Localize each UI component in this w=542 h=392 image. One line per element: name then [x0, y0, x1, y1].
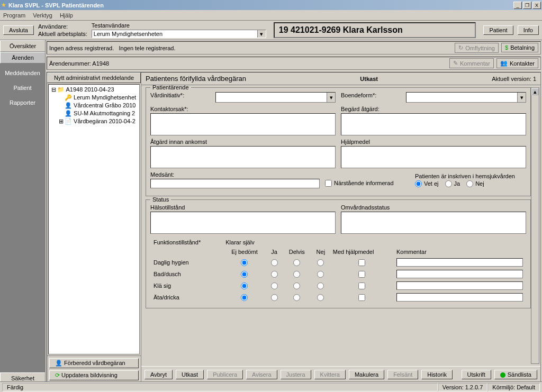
tab-oversikter[interactable]: Översikter [0, 40, 45, 52]
group-label: Patientärende [150, 85, 191, 90]
person-icon: 👤 [65, 102, 72, 109]
halsotillstand-input[interactable] [150, 212, 336, 234]
status-dot-icon [500, 372, 505, 378]
info-button[interactable]: Info [518, 25, 539, 35]
anvandare-value: Testanvändare [92, 22, 130, 29]
menu-program[interactable]: Program [3, 12, 25, 19]
uppdatera-button[interactable]: ⟳ Uppdatera bildvisning [49, 370, 139, 380]
minimize-button[interactable]: _ [513, 2, 522, 9]
felsant-button[interactable]: Felsänt [387, 370, 418, 379]
left-nav: Översikter Ärenden Meddelanden Patient R… [0, 40, 46, 384]
forberedd-button[interactable]: 👤 Förberedd vårdbegäran [49, 358, 139, 368]
hjalpmedel-checkbox[interactable] [358, 259, 365, 266]
delvis-radio[interactable] [293, 271, 300, 278]
nej-radio[interactable] [317, 259, 324, 266]
tree-root[interactable]: ⊟📁 A1948 2010-04-23 [50, 86, 138, 94]
ja-radio[interactable] [271, 271, 278, 278]
kontaktorsak-input[interactable] [150, 113, 336, 135]
avisera-button[interactable]: Avisera [246, 370, 277, 379]
historik-button[interactable]: Historik [421, 370, 453, 379]
utskrift-button[interactable]: Utskrift [462, 370, 491, 379]
atgard-innan-input[interactable] [150, 146, 336, 168]
scrollbar[interactable]: ▴ [531, 87, 539, 364]
maximize-button[interactable]: ❐ [523, 2, 531, 9]
version-value: 1 [533, 76, 536, 82]
version-label: Aktuell version: [492, 76, 531, 82]
tree-item[interactable]: 👤 Vårdcentral Gråbo 2010 [50, 102, 138, 110]
hjalpmedel-input[interactable] [341, 146, 526, 168]
kvittera-button[interactable]: Kvittera [314, 370, 346, 379]
medsant-input[interactable] [150, 179, 320, 188]
kommentar-input[interactable] [396, 293, 523, 302]
arbetsplats-select[interactable]: Lerum Myndighetsenheten ▾ [92, 30, 266, 38]
nej-radio[interactable] [317, 294, 324, 301]
kommentar-input[interactable] [396, 270, 523, 278]
nej-radio[interactable]: Nej [466, 180, 484, 187]
delvis-radio[interactable] [293, 282, 300, 289]
ejbedomt-radio[interactable] [241, 259, 248, 266]
avsluta-button[interactable]: Avsluta [3, 25, 34, 35]
nav-meddelanden[interactable]: Meddelanden [0, 66, 45, 80]
publicera-button[interactable]: Publicera [207, 370, 243, 379]
tree-item[interactable]: 👤 SU-M Akutmottagning 2 [50, 110, 138, 117]
ja-radio[interactable] [271, 282, 278, 289]
utkast-button[interactable]: Utkast [176, 370, 204, 379]
nej-radio[interactable] [317, 271, 324, 278]
row-label: Bad/dusch [151, 269, 222, 279]
delvis-radio[interactable] [293, 294, 300, 301]
tab-arenden[interactable]: Ärenden [0, 52, 45, 63]
boendeform-select[interactable]: ▾ [406, 92, 526, 103]
nav-patient[interactable]: Patient [0, 80, 45, 95]
vardinitiativ-select[interactable]: ▾ [215, 92, 336, 103]
menu-verktyg[interactable]: Verktyg [33, 12, 52, 19]
patient-button[interactable]: Patient [483, 25, 513, 35]
kommentar-input[interactable] [396, 258, 523, 267]
justera-button[interactable]: Justera [281, 370, 311, 379]
delvis-radio[interactable] [293, 259, 300, 266]
ejbedomt-radio[interactable] [241, 294, 248, 301]
tree-item[interactable]: ⊞📄 Vårdbegäran 2010-04-2 [50, 117, 138, 125]
form-column: Patientens förifyllda vårdbegäran Utkast… [141, 72, 540, 382]
kontakter-button[interactable]: 👥Kontakter [496, 58, 538, 68]
tree-header[interactable]: Nytt administrativt meddelande [47, 72, 141, 83]
form-title: Patientens förifyllda vårdbegäran [146, 75, 246, 83]
title-bar: ★ Klara SVPL - SVPL Patientärenden _ ❐ X [0, 0, 542, 10]
hjalpmedel-checkbox[interactable] [358, 282, 365, 289]
avbryt-button[interactable]: Avbryt [144, 370, 173, 379]
table-row: Äta/dricka [151, 292, 525, 303]
key-icon: 🔑 [65, 94, 72, 101]
omvardnad-input[interactable] [341, 212, 526, 234]
no-address-text: Ingen adress registrerad. [49, 45, 114, 51]
arbetsplats-value: Lerum Myndighetsenheten [94, 31, 162, 37]
nav-rapporter[interactable]: Rapporter [0, 95, 45, 110]
close-button[interactable]: X [532, 2, 541, 9]
kommentar-button[interactable]: ✎Kommentar [449, 58, 494, 68]
vet-ej-radio[interactable]: Vet ej [415, 180, 439, 187]
hjalpmedel-label: Hjälpmedel [341, 139, 526, 145]
hjalpmedel-checkbox[interactable] [358, 294, 365, 301]
status-ready: Färdig [2, 383, 438, 391]
person-icon: 👤 [55, 360, 62, 366]
menu-hjalp[interactable]: Hjälp [60, 12, 73, 19]
ja-radio[interactable] [271, 259, 278, 266]
refresh-icon: ⟳ [55, 372, 60, 378]
tree-item[interactable]: 🔑 Lerum Myndighetsenhet [50, 94, 138, 102]
omflyttning-button[interactable]: ↻Omflyttning [455, 43, 499, 53]
betalning-button[interactable]: $Betalning [501, 43, 538, 52]
doc-icon: 📄 [65, 118, 72, 125]
inskriven-label: Patienten är inskriven i hemsjukvården [415, 173, 515, 179]
nej-radio[interactable] [317, 282, 324, 289]
ja-radio[interactable]: Ja [445, 180, 460, 187]
ejbedomt-radio[interactable] [241, 271, 248, 278]
sandlista-button[interactable]: Sändlista [494, 370, 537, 379]
hjalpmedel-checkbox[interactable] [358, 271, 365, 278]
kommentar-input[interactable] [396, 281, 523, 290]
window-title: Klara SVPL - SVPL Patientärenden [8, 2, 512, 8]
makulera-button[interactable]: Makulera [349, 370, 384, 379]
ja-radio[interactable] [271, 294, 278, 301]
tree-view[interactable]: ⊟📁 A1948 2010-04-23 🔑 Lerum Myndighetsen… [48, 84, 140, 354]
table-row: Daglig hygien [151, 257, 525, 268]
begard-atgard-input[interactable] [341, 113, 526, 135]
narstaende-checkbox[interactable]: Närstående informerad [325, 180, 410, 187]
ejbedomt-radio[interactable] [241, 282, 248, 289]
